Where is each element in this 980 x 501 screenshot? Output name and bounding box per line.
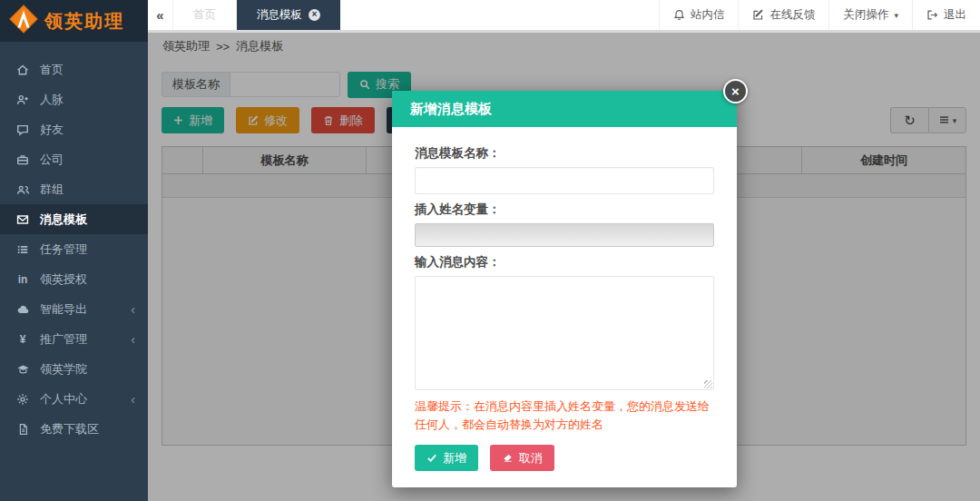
modal-buttons: 新增 取消 [415,445,714,471]
modal-body: 消息模板名称： 插入姓名变量： 输入消息内容： 温馨提示：在消息内容里插入姓名变… [392,127,737,487]
sidebar-item-promotion[interactable]: ¥ 推广管理 ‹ [0,324,148,354]
caret-down-icon: ▾ [894,11,898,20]
brand-name: 领英助理 [44,9,124,34]
close-icon: × [731,84,740,98]
sidebar-item-label: 人脉 [40,92,64,108]
check-icon [426,453,437,463]
menu-item-label: 站内信 [691,7,725,23]
sidebar-item-linkedin-auth[interactable]: in 领英授权 [0,264,148,294]
logout-icon [926,9,938,21]
confirm-add-button[interactable]: 新增 [415,445,478,471]
eraser-icon [502,453,514,463]
menu-item-label: 退出 [944,7,966,23]
message-content-label: 输入消息内容： [415,254,714,270]
topbar-menu: 站内信 在线反馈 关闭操作 ▾ 退出 [659,0,980,30]
sidebar-item-label: 首页 [40,62,64,78]
tab-label: 首页 [193,7,216,23]
template-name-field[interactable] [415,167,714,194]
graduation-cap-icon [15,363,30,376]
confirm-add-button-label: 新增 [443,450,466,467]
sidebar-item-tasks[interactable]: 任务管理 [0,234,148,264]
sidebar-item-label: 免费下载区 [40,421,99,437]
cancel-button-label: 取消 [519,450,543,467]
menu-item-logout[interactable]: 退出 [912,0,980,30]
sidebar-nav: 首页 人脉 好友 公司 [0,42,148,444]
sidebar-item-friends[interactable]: 好友 [0,114,148,144]
bell-icon [673,9,685,21]
tab-home[interactable]: 首页 [173,0,237,30]
sidebar-item-label: 好友 [40,122,64,138]
sidebar-item-label: 领英学院 [40,361,87,378]
sidebar-item-academy[interactable]: 领英学院 [0,354,148,384]
sidebar-item-label: 消息模板 [40,211,87,228]
main-area: « 首页 消息模板 × 站内信 在 [148,0,980,501]
chevron-left-icon: ‹ [131,303,135,316]
brand-diamond-icon [9,5,38,37]
yen-icon: ¥ [15,333,30,346]
cancel-button[interactable]: 取消 [490,445,554,471]
modal-close-button[interactable]: × [723,79,748,103]
menu-item-label: 关闭操作 [843,7,888,23]
cloud-icon [15,303,30,316]
tab-message-templates[interactable]: 消息模板 × [237,0,340,30]
insert-name-variable-label: 插入姓名变量： [415,201,714,218]
chevron-left-icon: ‹ [131,393,135,406]
home-icon [15,64,30,76]
briefcase-icon [15,153,30,166]
menu-item-close-actions[interactable]: 关闭操作 ▾ [828,0,912,30]
insert-name-variable-field [415,223,714,247]
sidebar-item-label: 群组 [40,182,64,198]
gear-icon [15,393,30,406]
sidebar-item-company[interactable]: 公司 [0,144,148,174]
feedback-icon [752,9,764,21]
sidebar-item-smart-export[interactable]: 智能导出 ‹ [0,294,148,324]
message-content-textarea[interactable] [415,276,714,390]
add-template-modal: × 新增消息模板 消息模板名称： 插入姓名变量： 输入消息内容： 温馨提示：在消… [392,91,737,487]
sidebar-item-label: 公司 [40,152,64,168]
sidebar-item-home[interactable]: 首页 [0,54,148,84]
resize-handle[interactable] [704,380,712,388]
template-name-label: 消息模板名称： [415,145,714,162]
tab-label: 消息模板 [257,7,302,23]
menu-item-site-mail[interactable]: 站内信 [659,0,739,30]
menu-item-label: 在线反馈 [769,7,815,23]
sidebar-item-groups[interactable]: 群组 [0,174,148,204]
sidebar-item-label: 任务管理 [40,241,87,258]
envelope-icon [15,213,30,226]
sidebar-item-personal-center[interactable]: 个人中心 ‹ [0,384,148,414]
topbar: « 首页 消息模板 × 站内信 在 [148,0,980,30]
users-icon [15,183,30,196]
chevron-left-icon: ‹ [131,333,135,346]
sidebar: 领英助理 首页 人脉 好友 [0,0,148,501]
sidebar-item-label: 智能导出 [40,301,87,318]
modal-hint-text: 温馨提示：在消息内容里插入姓名变量，您的消息发送给任何人，都会自动替换为对方的姓… [415,398,714,434]
brand-logo[interactable]: 领英助理 [0,0,148,42]
menu-item-feedback[interactable]: 在线反馈 [738,0,828,30]
collapse-tabs-icon[interactable]: « [148,0,173,30]
sidebar-item-label: 推广管理 [40,331,87,348]
modal-title: 新增消息模板 [392,91,737,127]
file-icon [15,423,30,436]
topbar-spacer [340,0,659,30]
sidebar-item-label: 个人中心 [40,391,87,408]
message-content-wrap [415,276,714,390]
sidebar-item-message-templates[interactable]: 消息模板 [0,204,148,234]
sidebar-item-free-downloads[interactable]: 免费下载区 [0,414,148,444]
sidebar-item-contacts[interactable]: 人脉 [0,84,148,114]
content-area: 领英助理 >> 消息模板 模板名称 搜索 [148,30,980,501]
sidebar-item-label: 领英授权 [40,271,87,288]
comment-icon [15,123,30,136]
tasks-icon [15,243,30,256]
linkedin-icon: in [15,273,30,286]
app-root: 领英助理 首页 人脉 好友 [0,0,980,501]
tab-close-icon[interactable]: × [309,9,320,21]
user-plus-icon [15,93,30,106]
